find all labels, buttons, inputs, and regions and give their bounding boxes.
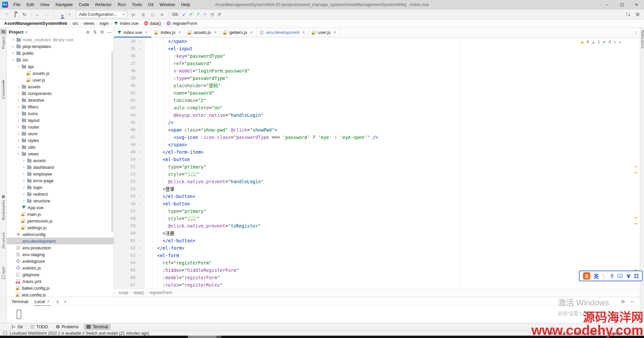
chevron-down-icon[interactable]: › [11, 58, 15, 61]
code-line-60[interactable]: 60 >注册 [114, 230, 640, 237]
close-button[interactable]: ✕ [629, 0, 644, 9]
code-line-62[interactable]: 62› </el-form> [114, 244, 640, 252]
microphone-icon[interactable] [610, 274, 614, 278]
code-line-59[interactable]: 59 @click.native.prevent="toRegister" [114, 222, 640, 230]
chevron-down-icon[interactable]: › [17, 65, 20, 68]
chevron-right-icon[interactable]: › [11, 38, 15, 41]
chevron-right-icon[interactable]: › [17, 125, 20, 129]
notifications-stripe-label[interactable]: Notifications [641, 30, 644, 48]
locate-file-icon[interactable]: ⊕ [86, 30, 90, 35]
tree-item-assets.js[interactable]: ›assets.js [7, 70, 114, 77]
git-cherry-pick-icon[interactable]: ✧ [203, 12, 207, 17]
collapse-all-icon[interactable]: ⇅ [93, 30, 97, 35]
tree-item-assets[interactable]: ›assets [7, 83, 114, 90]
menu-item-file[interactable]: File [11, 1, 23, 8]
project-tool-icon[interactable] [0, 29, 6, 35]
tree-item-permission.js[interactable]: ›permission.js [7, 218, 114, 224]
project-scrollbar[interactable] [111, 51, 113, 232]
tree-item-structure[interactable]: ›structure [7, 197, 114, 204]
menu-item-edit[interactable]: Edit [24, 1, 37, 8]
tree-item-utils[interactable]: ›utils [7, 144, 114, 150]
chevron-right-icon[interactable]: › [17, 85, 20, 88]
inspection-widget[interactable]: 6 1 ✔6 ∧ ∨ [581, 40, 621, 44]
tree-item-router[interactable]: ›router [7, 124, 114, 130]
code-line-52[interactable]: 52 style="..." [114, 171, 640, 178]
fold-marker-icon[interactable]: › [138, 119, 143, 126]
tree-item-redirect[interactable]: ›redirect [7, 191, 114, 197]
toolwindow-tab-git[interactable]: Git [9, 324, 25, 330]
editor-tab-.env.development[interactable]: .env.development✕ [257, 28, 309, 37]
tree-item-dashboard[interactable]: ›dashboard [7, 164, 114, 171]
sync-icon[interactable]: ↻ [21, 11, 28, 17]
code-editor[interactable]: 34› </span>35› <el-input36 :key="passwor… [114, 38, 640, 289]
chevron-right-icon[interactable]: › [22, 199, 25, 202]
close-icon[interactable]: ✕ [178, 30, 181, 35]
tree-item-.gitignore[interactable]: ›.gitignore [7, 271, 114, 278]
code-line-58[interactable]: 58 style="..." [114, 215, 640, 222]
new-terminal-icon[interactable]: ＋ [55, 298, 60, 305]
hide-panel-icon[interactable]: — [107, 30, 112, 35]
chevron-right-icon[interactable]: › [17, 139, 20, 142]
breadcrumb-item[interactable]: src [72, 21, 79, 26]
sidebar-item-structure[interactable]: Structure [0, 232, 7, 249]
status-message[interactable]: Localized WebStorm 2022.1 is available /… [10, 331, 149, 336]
warning-stripe-mark[interactable] [634, 217, 637, 218]
tree-item-icons[interactable]: ›icons [7, 110, 114, 117]
sidebar-item-bookmarks[interactable]: Bookmarks [0, 195, 7, 220]
code-line-44[interactable]: 44 @keyup.enter.native="handleLogin" [114, 111, 640, 119]
close-icon[interactable]: ✕ [47, 299, 50, 304]
tree-item-node_modules[interactable]: ›node_moduleslibrary root [7, 36, 114, 43]
chevron-right-icon[interactable]: › [22, 179, 25, 182]
editor-breadcrumb-item[interactable]: data() [133, 290, 144, 295]
breadcrumb-item[interactable]: AssetManagementSystemWeb [3, 21, 68, 26]
chevron-right-icon[interactable]: › [17, 98, 20, 102]
terminal-tab-local[interactable]: Local ✕ [34, 298, 51, 305]
menu-item-view[interactable]: View [37, 1, 52, 8]
menu-item-help[interactable]: Help [178, 1, 193, 8]
close-icon[interactable]: ✕ [145, 30, 148, 35]
code-line-56[interactable]: 56› <el-button [114, 200, 640, 207]
editor-breadcrumb-item[interactable]: registerForm [149, 290, 172, 295]
tree-item-babel.config.js[interactable]: ›babel.config.js [7, 285, 114, 291]
tree-item-.eslintignore[interactable]: ›.eslintignore [7, 258, 114, 264]
next-problem-icon[interactable]: ∨ [619, 40, 621, 44]
toolwindow-tab-problems[interactable]: !Problems [53, 324, 82, 330]
chevron-right-icon[interactable]: › [22, 165, 25, 169]
tree-item-login[interactable]: ›login [7, 184, 114, 191]
tree-item-.env.production[interactable]: ›.env.production [7, 244, 114, 251]
sidebar-item-commit[interactable]: Commit [0, 81, 7, 99]
tree-item-main.js[interactable]: ›main.js [7, 211, 114, 218]
rollback-icon[interactable]: ↺ [217, 12, 221, 17]
tree-item-.env.development[interactable]: ›.env.development [7, 238, 114, 244]
debug-icon[interactable]: ◉ [140, 11, 146, 17]
editor-breadcrumb-item[interactable]: script [119, 290, 128, 295]
chevron-right-icon[interactable]: › [11, 51, 15, 55]
tree-item-src[interactable]: ›src [7, 56, 114, 63]
tree-item-components[interactable]: ›components [7, 90, 114, 97]
code-line-64[interactable]: 64 ref="registerForm" [114, 259, 640, 267]
tree-item-public[interactable]: ›public [7, 50, 114, 56]
code-line-48[interactable]: 48› </span> [114, 141, 640, 148]
project-settings-icon[interactable]: ⚙ [100, 30, 104, 35]
editor-tab-assets.js[interactable]: assets.js✕ [185, 28, 220, 37]
fold-marker-icon[interactable]: › [138, 244, 143, 252]
fold-marker-icon[interactable]: › [138, 193, 143, 200]
terminal-dropdown-icon[interactable]: ▾ [64, 300, 66, 303]
code-line-45[interactable]: 45› /> [114, 119, 640, 126]
chevron-down-icon[interactable]: › [17, 152, 20, 155]
menu-item-code[interactable]: Code [76, 1, 92, 8]
chevron-right-icon[interactable]: › [17, 132, 20, 135]
history-icon[interactable]: ◷ [210, 12, 214, 17]
warning-stripe-mark[interactable] [634, 223, 637, 224]
breadcrumb-item[interactable]: views [83, 21, 95, 26]
code-line-42[interactable]: 42 tabindex="2" [114, 97, 640, 104]
stop-icon[interactable]: ■ [159, 11, 165, 17]
fold-marker-icon[interactable]: › [138, 38, 143, 45]
code-line-37[interactable]: 37 ref="password" [114, 60, 640, 67]
chevron-right-icon[interactable]: › [17, 118, 20, 122]
tree-item-employee[interactable]: ›employee [7, 171, 114, 177]
chevron-right-icon[interactable]: › [22, 192, 25, 196]
tree-item-.eslintrc.js[interactable]: ›.eslintrc.js [7, 264, 114, 271]
menu-item-refactor[interactable]: Refactor [93, 1, 114, 8]
code-line-67[interactable]: 67 :rules="registerRules" [114, 281, 640, 289]
